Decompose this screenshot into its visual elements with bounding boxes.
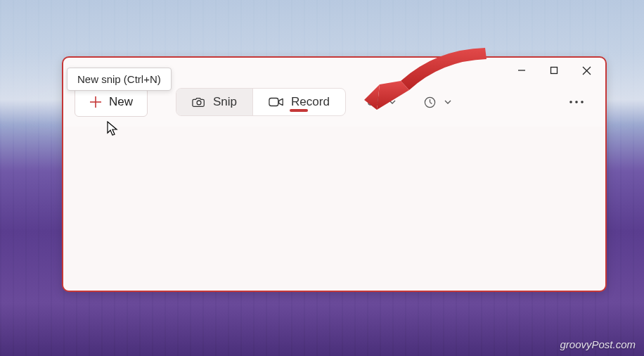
chevron-down-icon xyxy=(444,98,452,106)
mouse-cursor-icon xyxy=(107,121,120,138)
new-button[interactable]: New xyxy=(75,87,148,117)
clock-icon xyxy=(423,96,437,109)
svg-rect-8 xyxy=(368,97,378,105)
svg-rect-7 xyxy=(269,98,278,106)
svg-point-14 xyxy=(569,101,572,103)
svg-point-15 xyxy=(575,101,578,103)
rectangle-snip-icon xyxy=(367,95,381,109)
canvas-area xyxy=(63,127,605,291)
close-icon xyxy=(582,66,591,75)
svg-point-16 xyxy=(581,101,584,103)
record-active-indicator xyxy=(290,109,308,112)
svg-line-13 xyxy=(430,102,432,103)
maximize-icon xyxy=(550,66,558,75)
svg-point-6 xyxy=(197,101,201,105)
chevron-down-icon xyxy=(388,98,397,106)
record-mode-button[interactable]: Record xyxy=(253,89,345,115)
ellipsis-icon xyxy=(569,99,584,105)
tooltip-text: New snip (Ctrl+N) xyxy=(77,73,161,85)
snip-mode-label: Snip xyxy=(213,95,237,109)
new-button-tooltip: New snip (Ctrl+N) xyxy=(67,68,172,91)
snip-mode-button[interactable]: Snip xyxy=(176,89,252,115)
close-button[interactable] xyxy=(570,59,603,82)
maximize-button[interactable] xyxy=(538,59,570,82)
snipping-tool-window: New Snip Record xyxy=(62,56,607,292)
delay-dropdown[interactable] xyxy=(419,91,456,113)
record-mode-label: Record xyxy=(291,95,330,109)
minimize-icon xyxy=(517,66,526,75)
camera-icon xyxy=(192,96,206,108)
snip-shape-dropdown[interactable] xyxy=(363,91,401,113)
minimize-button[interactable] xyxy=(505,59,538,82)
mode-segmented-control: Snip Record xyxy=(176,88,346,116)
plus-icon xyxy=(89,96,102,108)
video-icon xyxy=(269,96,284,108)
watermark-text: groovyPost.com xyxy=(560,338,636,350)
more-options-button[interactable] xyxy=(565,95,594,109)
svg-rect-1 xyxy=(551,68,558,74)
new-button-label: New xyxy=(109,95,133,109)
